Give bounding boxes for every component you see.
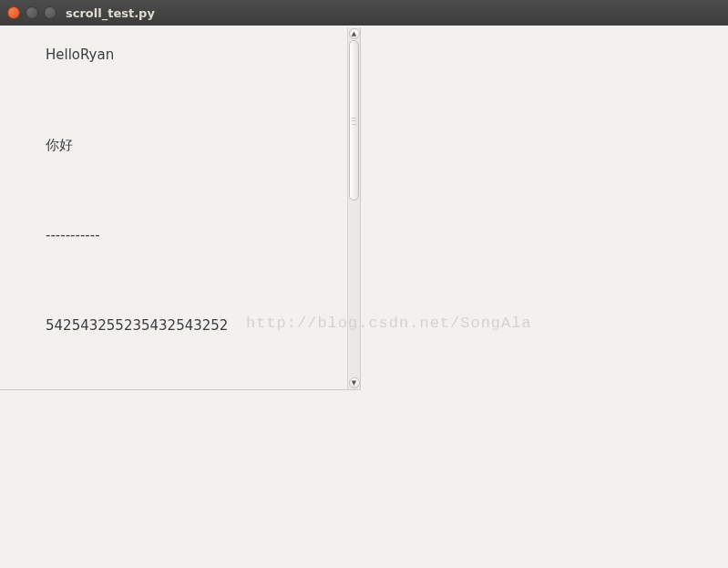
scrollbar-thumb[interactable] [349,40,359,201]
text-line: 你好 [46,136,347,155]
window-title: scroll_test.py [66,6,155,20]
thumb-grip-icon [352,118,356,125]
app-content: HelloRyan 你好 ----------- 542543255235432… [0,26,728,568]
text-line: 542543255235432543252 [46,316,347,336]
scroll-down-arrow-icon[interactable]: ▼ [349,377,360,388]
maximize-button[interactable] [44,6,56,19]
scroll-container: HelloRyan 你好 ----------- 542543255235432… [0,27,361,390]
text-line: HelloRyan [46,46,347,65]
vertical-scrollbar[interactable]: ▲ ▼ [347,27,360,389]
window-titlebar: scroll_test.py [0,0,728,26]
close-button[interactable] [7,6,20,19]
scrollbar-track-area[interactable] [348,40,360,377]
window-controls [7,6,56,19]
text-line: ----------- [46,226,347,245]
minimize-button[interactable] [26,6,38,19]
scroll-content: HelloRyan 你好 ----------- 542543255235432… [0,27,347,389]
scroll-up-arrow-icon[interactable]: ▲ [349,28,360,39]
